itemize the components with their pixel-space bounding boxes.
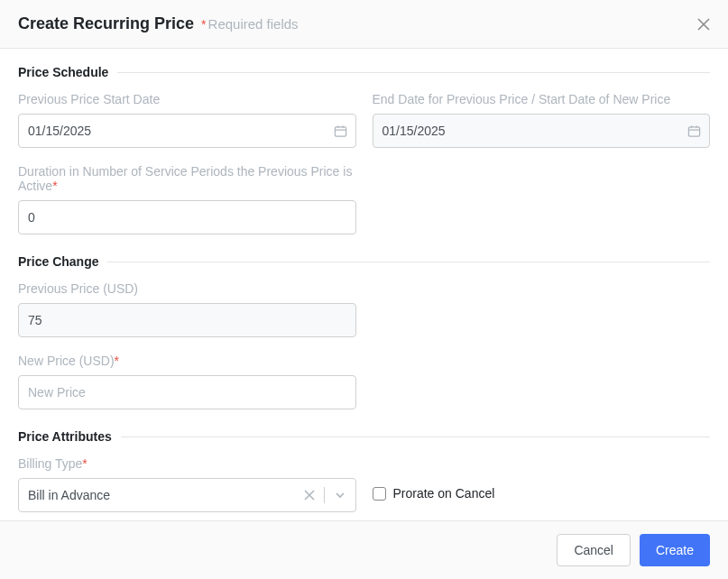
- dialog-title: Create Recurring Price: [18, 14, 194, 33]
- duration-input[interactable]: [18, 200, 356, 234]
- section-title: Price Change: [18, 254, 107, 269]
- required-hint: Required fields: [208, 16, 299, 32]
- end-start-date-label: End Date for Previous Price / Start Date…: [373, 92, 711, 106]
- chevron-down-icon: [328, 489, 346, 501]
- select-divider: [324, 487, 325, 503]
- prorate-on-cancel-label: Prorate on Cancel: [393, 486, 495, 501]
- section-title-row: Price Attributes: [18, 429, 710, 444]
- dialog-header: Create Recurring Price * Required fields: [0, 0, 728, 49]
- prev-price-input[interactable]: [18, 303, 356, 337]
- new-price-label: New Price (USD)*: [18, 354, 356, 368]
- prev-start-date-label: Previous Price Start Date: [18, 92, 356, 106]
- prev-start-date-input[interactable]: [18, 114, 356, 148]
- clear-icon[interactable]: [299, 490, 320, 501]
- section-divider: [117, 72, 710, 73]
- section-title-row: Price Schedule: [18, 65, 710, 79]
- cancel-button[interactable]: Cancel: [557, 534, 631, 566]
- new-price-input[interactable]: [18, 375, 356, 409]
- section-price-schedule: Price Schedule Previous Price Start Date…: [18, 65, 710, 234]
- end-start-date-input[interactable]: [373, 114, 711, 148]
- prev-price-label: Previous Price (USD): [18, 281, 356, 296]
- billing-type-value: Bill in Advance: [28, 488, 299, 502]
- section-divider: [107, 262, 710, 262]
- duration-label: Duration in Number of Service Periods th…: [18, 164, 356, 193]
- prorate-on-cancel-checkbox[interactable]: [373, 487, 386, 501]
- section-title: Price Attributes: [18, 429, 121, 444]
- required-asterisk: *: [201, 17, 206, 32]
- section-title-row: Price Change: [18, 254, 710, 269]
- dialog-body: Price Schedule Previous Price Start Date…: [0, 49, 728, 579]
- billing-type-select[interactable]: Bill in Advance: [18, 478, 356, 512]
- close-icon[interactable]: [697, 18, 710, 31]
- section-price-change: Price Change Previous Price (USD) New Pr…: [18, 254, 710, 409]
- section-title: Price Schedule: [18, 65, 117, 79]
- dialog-footer: Cancel Create: [0, 520, 728, 579]
- section-divider: [121, 437, 710, 437]
- billing-type-label: Billing Type*: [18, 456, 356, 471]
- create-button[interactable]: Create: [640, 534, 710, 566]
